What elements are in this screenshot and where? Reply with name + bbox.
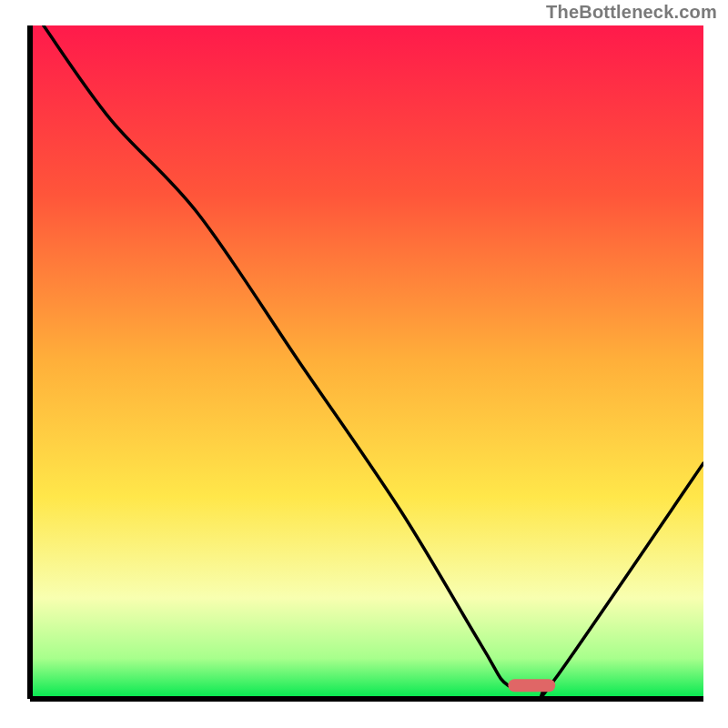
chart-svg [0,0,728,728]
watermark-text: TheBottleneck.com [546,2,717,23]
chart-container: TheBottleneck.com [0,0,728,728]
optimal-marker [508,679,555,692]
plot-background [30,25,703,699]
